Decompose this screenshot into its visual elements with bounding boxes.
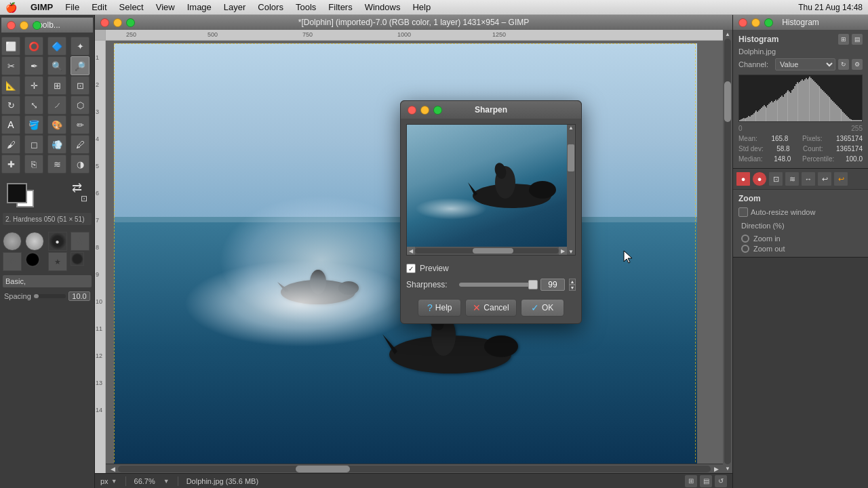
preview-vscroll-thumb[interactable] — [568, 144, 574, 171]
preview-hscroll-right[interactable]: ▶ — [559, 247, 567, 255]
v-scrollbar[interactable]: ▲ ▼ — [723, 30, 732, 473]
sharpen-help-btn[interactable]: ? Help — [418, 299, 461, 317]
tool-text[interactable]: A — [1, 115, 20, 134]
preview-checkbox[interactable]: ✓ — [406, 264, 416, 273]
unit-selector[interactable]: px ▼ — [100, 477, 117, 485]
zoom-out-radio[interactable]: Zoom out — [741, 245, 860, 253]
tool-smudge[interactable]: ≋ — [47, 155, 66, 174]
status-icon-2[interactable]: ▤ — [700, 475, 712, 487]
tool-paintbrush[interactable]: 🖌 — [1, 135, 20, 154]
menu-select[interactable]: Select — [114, 1, 149, 14]
h-scrollbar[interactable]: ◀ ▶ — [106, 464, 723, 473]
unit-dropdown-icon[interactable]: ▼ — [111, 478, 117, 485]
tool-crop[interactable]: ⊡ — [71, 76, 90, 95]
histogram-icon-2[interactable]: ▤ — [852, 34, 863, 45]
preview-hscroll-left[interactable]: ◀ — [407, 247, 415, 255]
tool-ink[interactable]: 🖊 — [71, 135, 90, 154]
toolbox-close-btn[interactable] — [7, 21, 16, 30]
brush-preset-3[interactable]: ● — [48, 232, 67, 251]
h-scroll-track[interactable] — [118, 466, 711, 472]
sharpen-minimize-btn[interactable] — [420, 106, 429, 115]
tool-ellipse-select[interactable]: ⭕ — [24, 37, 43, 56]
h-scroll-thumb[interactable] — [296, 466, 350, 472]
tool-airbrush[interactable]: 💨 — [47, 135, 66, 154]
sharpen-preview[interactable]: ▲ ▼ ◀ ▶ — [406, 124, 576, 256]
v-scroll-thumb[interactable] — [724, 81, 731, 122]
preview-hscroll-track[interactable] — [415, 248, 559, 253]
brush-preset-1[interactable] — [3, 232, 22, 251]
status-icon-1[interactable]: ⊞ — [685, 475, 697, 487]
zoom-dropdown-icon[interactable]: ▼ — [163, 478, 170, 485]
scroll-up-btn[interactable]: ▲ — [725, 31, 730, 37]
preview-vscroll-down[interactable]: ▼ — [567, 249, 575, 255]
tool-scale[interactable]: ⤡ — [24, 96, 43, 115]
zoom-in-radio[interactable]: Zoom in — [741, 235, 860, 243]
channel-select[interactable]: Value Red Green Blue Alpha — [775, 58, 835, 70]
icon-layers-btn[interactable]: ⊡ — [768, 171, 783, 186]
scroll-right-btn[interactable]: ▶ — [711, 464, 722, 474]
sharpness-slider-thumb[interactable] — [528, 280, 538, 289]
v-scroll-track[interactable] — [724, 39, 731, 464]
tool-align[interactable]: ⊞ — [47, 76, 66, 95]
preview-vscroll[interactable]: ▲ ▼ — [567, 125, 575, 255]
menu-help[interactable]: Help — [407, 1, 436, 14]
brush-preset-4[interactable]: ★ — [71, 232, 90, 251]
tool-fuzzy-select[interactable]: ✦ — [71, 37, 90, 56]
sharpness-slider[interactable] — [459, 283, 536, 287]
menu-file[interactable]: File — [60, 1, 85, 14]
sharpness-spinner-down[interactable]: ▼ — [569, 285, 576, 291]
menu-colors[interactable]: Colors — [252, 1, 289, 14]
sharpen-ok-btn[interactable]: ✓ OK — [521, 299, 564, 317]
sharpen-cancel-btn[interactable]: ✕ Cancel — [465, 299, 516, 317]
toolbox-minimize-btn[interactable] — [20, 21, 28, 30]
spacing-value[interactable]: 10.0 — [68, 291, 90, 301]
tool-move[interactable]: ✛ — [24, 76, 43, 95]
zoom-in-radio-dot[interactable] — [741, 235, 749, 243]
menu-edit[interactable]: Edit — [86, 1, 112, 14]
icon-red-btn[interactable]: ● — [752, 171, 767, 186]
main-minimize-btn[interactable] — [113, 18, 122, 27]
tool-rect-select[interactable]: ⬜ — [1, 37, 20, 56]
tool-pencil[interactable]: ✏ — [71, 115, 90, 134]
menu-windows[interactable]: Windows — [359, 1, 406, 14]
tool-perspective[interactable]: ⬡ — [71, 96, 90, 115]
preview-hscroll[interactable]: ◀ ▶ — [407, 247, 567, 255]
icon-redo-btn[interactable]: ↩ — [833, 171, 848, 186]
swap-colors-btn[interactable]: ⇄ — [72, 180, 82, 195]
zoom-out-radio-dot[interactable] — [741, 245, 749, 253]
tool-dodge-burn[interactable]: ◑ — [71, 155, 90, 174]
status-icon-3[interactable]: ↺ — [715, 475, 727, 487]
brush-preset-8[interactable] — [71, 252, 84, 266]
main-maximize-btn[interactable] — [126, 18, 135, 27]
tool-blend[interactable]: 🎨 — [47, 115, 66, 134]
sharpness-value[interactable]: 99 — [540, 279, 565, 291]
tool-color-picker[interactable]: 🔍 — [47, 56, 66, 75]
tool-measure[interactable]: 📐 — [1, 76, 20, 95]
tool-heal[interactable]: ✚ — [1, 155, 20, 174]
foreground-color-swatch[interactable] — [7, 183, 27, 203]
preview-hscroll-thumb[interactable] — [473, 248, 513, 253]
menu-filters[interactable]: Filters — [323, 1, 357, 14]
preview-vscroll-up[interactable]: ▲ — [567, 125, 575, 131]
menu-layer[interactable]: Layer — [218, 1, 252, 14]
menu-view[interactable]: View — [151, 1, 180, 14]
tool-paths[interactable]: ✒ — [24, 56, 43, 75]
tool-zoom[interactable]: 🔎 — [71, 56, 90, 75]
menu-gimp[interactable]: GIMP — [25, 1, 58, 14]
scroll-left-btn[interactable]: ◀ — [107, 464, 118, 474]
histogram-icon-1[interactable]: ⊞ — [838, 34, 849, 45]
spacing-slider[interactable] — [34, 294, 66, 298]
brush-preset-6[interactable] — [25, 252, 40, 267]
reset-colors-btn[interactable]: ⊡ — [81, 194, 87, 203]
tool-eraser[interactable]: ◻ — [24, 135, 43, 154]
brush-preset-7[interactable]: ★ — [48, 252, 67, 271]
histogram-settings-btn[interactable]: ⚙ — [852, 59, 863, 70]
tool-shear[interactable]: ⟋ — [47, 96, 66, 115]
menu-tools[interactable]: Tools — [290, 1, 321, 14]
icon-undo-btn[interactable]: ↩ — [817, 171, 832, 186]
menu-image[interactable]: Image — [182, 1, 217, 14]
tool-bucket[interactable]: 🪣 — [24, 115, 43, 134]
tool-free-select[interactable]: 🔷 — [47, 37, 66, 56]
preset-selector[interactable]: Basic, — [3, 275, 92, 287]
tool-rotate[interactable]: ↻ — [1, 96, 20, 115]
